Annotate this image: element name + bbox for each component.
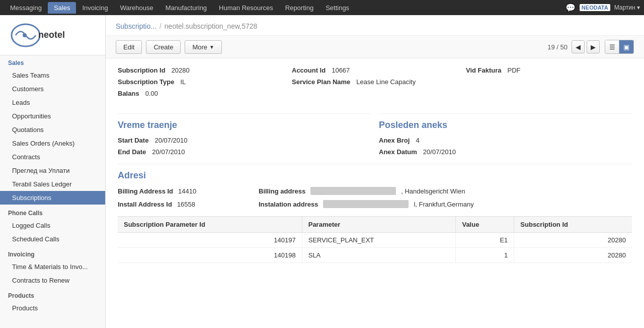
row1-sub-param-id: 140197 <box>118 233 302 248</box>
nav-items: Messaging Sales Invoicing Warehouse Manu… <box>4 2 566 14</box>
logo: neotel <box>8 21 68 49</box>
row2-value: 1 <box>456 248 514 263</box>
nav-messaging[interactable]: Messaging <box>4 2 48 14</box>
sidebar-item-contracts[interactable]: Contracts <box>0 150 105 164</box>
chat-icon[interactable]: 💬 <box>566 3 576 13</box>
nav-warehouse[interactable]: Warehouse <box>114 2 159 14</box>
nav-settings[interactable]: Settings <box>319 2 355 14</box>
sidebar-item-sales-orders[interactable]: Sales Orders (Aneks) <box>0 137 105 150</box>
subscription-type-label: Subscription Type <box>118 78 174 86</box>
sidebar-item-opportunities[interactable]: Opportunities <box>0 109 105 123</box>
main-content: Subscriptio... / neotel.subscription_new… <box>106 15 644 328</box>
prev-page-button[interactable]: ◀ <box>572 40 585 53</box>
sidebar-item-time-materials[interactable]: Time & Materials to Invo... <box>0 260 105 274</box>
list-view-button[interactable]: ☰ <box>605 40 619 53</box>
toolbar: Edit Create More ▼ 19 / 50 ◀ ▶ ☰ ▣ <box>106 36 644 58</box>
top-nav-right: 💬 NEODATA Мартин ▾ <box>566 3 640 13</box>
pagination: 19 / 50 ◀ ▶ ☰ ▣ <box>547 40 634 54</box>
edit-button[interactable]: Edit <box>116 40 142 54</box>
vreme-fields: Start Date 20/07/2010 End Date 20/07/201… <box>118 137 371 156</box>
billing-address-id-value: 14410 <box>178 187 196 195</box>
account-id-value: 10667 <box>332 67 350 74</box>
logo-svg: neotel <box>11 23 66 48</box>
app-layout: neotel Sales Sales Teams Customers Leads… <box>0 15 644 328</box>
nav-sales[interactable]: Sales <box>48 2 76 14</box>
billing-address-suffix: , Handelsgericht Wien <box>401 187 465 195</box>
account-id-label: Account Id <box>292 67 326 74</box>
sidebar-item-terabil[interactable]: Terabil Sales Ledger <box>0 177 105 191</box>
breadcrumb-parent[interactable]: Subscriptio... <box>116 22 156 30</box>
billing-address-label: Billing address <box>259 187 305 195</box>
end-date-field: End Date 20/07/2010 <box>118 148 371 156</box>
posleden-aneks-section: Posleden aneks Anex Broj 4 Anex Datum 20… <box>379 105 632 156</box>
billing-address-blurred <box>310 187 396 195</box>
pagination-info: 19 / 50 <box>547 43 568 51</box>
anex-broj-value: 4 <box>416 137 419 144</box>
sidebar-item-pregled[interactable]: Преглед на Уплати <box>0 164 105 177</box>
anex-broj-field: Anex Broj 4 <box>379 137 632 144</box>
sidebar-item-scheduled-calls[interactable]: Scheduled Calls <box>0 232 105 246</box>
row2-sub-param-id: 140198 <box>118 248 302 263</box>
sidebar-item-customers[interactable]: Customers <box>0 82 105 96</box>
install-row: Install Address Id 16558 Instalation add… <box>118 200 632 208</box>
vid-faktura-label: Vid Faktura <box>466 67 502 74</box>
table-row: 140197 SERVICE_PLAN_EXT E1 20280 <box>118 233 632 248</box>
service-plan-value: Lease Line Capacity <box>356 78 416 86</box>
nav-reporting[interactable]: Reporting <box>279 2 319 14</box>
sidebar-item-sales-teams[interactable]: Sales Teams <box>0 69 105 82</box>
view-toggle: ☰ ▣ <box>605 40 634 54</box>
balans-value: 0.00 <box>145 90 158 97</box>
service-plan-label: Service Plan Name <box>292 78 350 86</box>
instalation-address-blurred <box>323 200 409 208</box>
start-date-field: Start Date 20/07/2010 <box>118 137 371 144</box>
nav-hr[interactable]: Human Resources <box>213 2 279 14</box>
nav-invoicing[interactable]: Invoicing <box>76 2 114 14</box>
sidebar: neotel Sales Sales Teams Customers Leads… <box>0 15 106 328</box>
sidebar-item-logged-calls[interactable]: Logged Calls <box>0 219 105 232</box>
install-address-id-label: Install Address Id <box>118 201 172 208</box>
aneks-fields: Anex Broj 4 Anex Datum 20/07/2010 <box>379 137 632 156</box>
end-date-label: End Date <box>118 148 146 156</box>
vid-faktura-field: Vid Faktura PDF <box>466 67 632 74</box>
sidebar-item-contracts-renew[interactable]: Contracts to Renew <box>0 274 105 287</box>
row1-parameter: SERVICE_PLAN_EXT <box>302 233 456 248</box>
vid-faktura-value: PDF <box>508 67 521 74</box>
col-parameter: Parameter <box>302 217 456 233</box>
balans-label: Balans <box>118 90 139 97</box>
svg-text:neotel: neotel <box>38 30 65 40</box>
breadcrumb-separator: / <box>159 22 162 30</box>
sidebar-item-products[interactable]: Products <box>0 301 105 315</box>
sidebar-item-quotations[interactable]: Quotations <box>0 123 105 137</box>
invoicing-section-title: Invoicing <box>0 248 105 260</box>
create-button[interactable]: Create <box>146 40 181 54</box>
service-plan-field: Service Plan Name Lease Line Capacity <box>292 78 458 86</box>
row2-sub-id: 20280 <box>514 248 632 263</box>
nav-manufacturing[interactable]: Manufacturing <box>159 2 213 14</box>
brand-text: NEODATA <box>582 5 608 11</box>
start-date-value: 20/07/2010 <box>154 137 187 144</box>
row1-value: E1 <box>456 233 514 248</box>
sales-section-title: Sales <box>0 55 105 69</box>
products-section-title: Products <box>0 289 105 301</box>
subscription-type-field: Subscription Type IL <box>118 78 284 86</box>
more-caret-icon: ▼ <box>209 44 214 50</box>
user-menu[interactable]: Мартин ▾ <box>614 4 640 11</box>
subscription-id-label: Subscription Id <box>118 67 166 74</box>
top-fields: Subscription Id 20280 Account Id 10667 V… <box>118 67 632 97</box>
brand-logo: NEODATA <box>580 4 610 11</box>
billing-row: Billing Address Id 14410 Billing address… <box>118 187 632 195</box>
subscription-id-field: Subscription Id 20280 <box>118 67 284 74</box>
sidebar-item-subscriptions[interactable]: Subscriptions <box>0 191 105 205</box>
top-navigation: Messaging Sales Invoicing Warehouse Manu… <box>0 0 644 15</box>
next-page-button[interactable]: ▶ <box>587 40 600 53</box>
form-view-button[interactable]: ▣ <box>619 40 633 53</box>
billing-address-id-label: Billing Address Id <box>118 187 173 195</box>
more-button[interactable]: More ▼ <box>185 40 222 54</box>
phone-section-title: Phone Calls <box>0 207 105 219</box>
col-sub-id: Subscription Id <box>514 217 632 233</box>
sidebar-item-leads[interactable]: Leads <box>0 96 105 109</box>
anex-datum-field: Anex Datum 20/07/2010 <box>379 148 632 156</box>
anex-datum-value: 20/07/2010 <box>423 148 456 156</box>
vreme-traenje-header: Vreme traenje <box>118 113 371 130</box>
billing-address-field: Billing address , Handelsgericht Wien <box>259 187 465 195</box>
